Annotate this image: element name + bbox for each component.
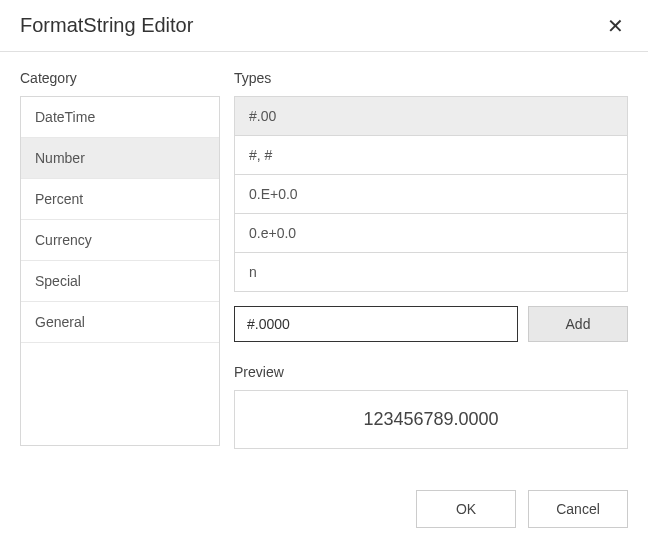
- dialog-footer: OK Cancel: [0, 474, 648, 548]
- cancel-button[interactable]: Cancel: [528, 490, 628, 528]
- close-button[interactable]: ✕: [603, 16, 628, 36]
- type-item[interactable]: n: [234, 252, 628, 292]
- format-input[interactable]: [234, 306, 518, 342]
- format-input-row: Add: [234, 306, 628, 342]
- preview-box: 123456789.0000: [234, 390, 628, 449]
- category-column: Category DateTime Number Percent Currenc…: [20, 70, 220, 474]
- types-list: #.00 #, # 0.E+0.0 0.e+0.0 n: [234, 96, 628, 292]
- type-item[interactable]: 0.E+0.0: [234, 174, 628, 213]
- ok-button[interactable]: OK: [416, 490, 516, 528]
- category-item-percent[interactable]: Percent: [21, 179, 219, 220]
- category-item-datetime[interactable]: DateTime: [21, 97, 219, 138]
- add-button[interactable]: Add: [528, 306, 628, 342]
- dialog-header: FormatString Editor ✕: [0, 0, 648, 52]
- type-item[interactable]: 0.e+0.0: [234, 213, 628, 252]
- category-label: Category: [20, 70, 220, 86]
- dialog-title: FormatString Editor: [20, 14, 193, 37]
- preview-value: 123456789.0000: [363, 409, 498, 429]
- category-list: DateTime Number Percent Currency Special…: [20, 96, 220, 446]
- category-item-number[interactable]: Number: [21, 138, 219, 179]
- category-item-general[interactable]: General: [21, 302, 219, 343]
- close-icon: ✕: [607, 15, 624, 37]
- category-item-currency[interactable]: Currency: [21, 220, 219, 261]
- preview-label: Preview: [234, 364, 628, 380]
- category-item-special[interactable]: Special: [21, 261, 219, 302]
- type-item[interactable]: #.00: [234, 96, 628, 135]
- type-item[interactable]: #, #: [234, 135, 628, 174]
- formatstring-editor-dialog: FormatString Editor ✕ Category DateTime …: [0, 0, 648, 548]
- dialog-content: Category DateTime Number Percent Currenc…: [0, 52, 648, 474]
- types-label: Types: [234, 70, 628, 86]
- types-column: Types #.00 #, # 0.E+0.0 0.e+0.0 n Add Pr…: [234, 70, 628, 474]
